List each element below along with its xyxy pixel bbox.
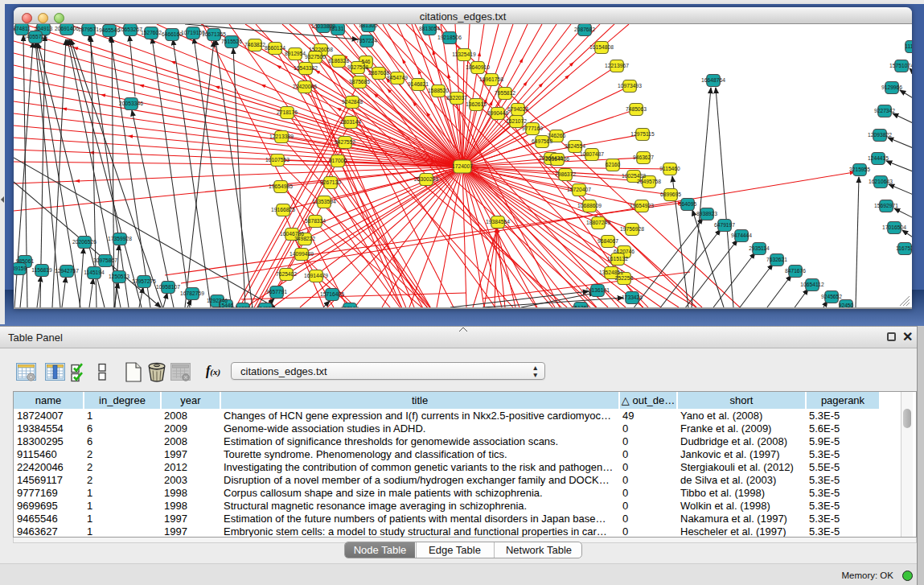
svg-text:18640910: 18640910 bbox=[466, 64, 490, 70]
svg-text:9129966: 9129966 bbox=[881, 84, 902, 90]
svg-text:11325419: 11325419 bbox=[452, 51, 476, 57]
svg-text:18807249: 18807249 bbox=[586, 220, 610, 225]
svg-text:19756928: 19756928 bbox=[620, 226, 644, 232]
svg-text:25300293: 25300293 bbox=[414, 176, 438, 182]
svg-text:7463822: 7463822 bbox=[244, 42, 265, 47]
svg-text:39159: 39159 bbox=[14, 266, 27, 271]
svg-text:8471676: 8471676 bbox=[785, 268, 806, 274]
svg-text:9463627: 9463627 bbox=[633, 154, 654, 160]
svg-text:20053346: 20053346 bbox=[119, 101, 143, 106]
svg-text:19166825: 19166825 bbox=[271, 207, 295, 212]
svg-text:10025438: 10025438 bbox=[622, 173, 646, 179]
svg-text:8427552: 8427552 bbox=[335, 139, 355, 145]
svg-text:9115460: 9115460 bbox=[659, 166, 680, 171]
svg-text:6466160: 6466160 bbox=[162, 31, 183, 37]
svg-text:746266: 746266 bbox=[548, 133, 566, 138]
svg-text:116753: 116753 bbox=[896, 245, 912, 251]
svg-text:6899695: 6899695 bbox=[660, 192, 681, 197]
svg-text:12093822: 12093822 bbox=[868, 132, 892, 138]
svg-text:2718176: 2718176 bbox=[277, 109, 298, 115]
svg-text:12942757: 12942757 bbox=[55, 268, 79, 274]
svg-text:1362615: 1362615 bbox=[466, 101, 487, 107]
svg-text:16782759: 16782759 bbox=[180, 290, 204, 296]
svg-text:7632621: 7632621 bbox=[766, 257, 787, 262]
svg-text:9146821: 9146821 bbox=[408, 81, 429, 87]
svg-text:10958107: 10958107 bbox=[156, 284, 180, 290]
svg-text:6497568: 6497568 bbox=[532, 138, 552, 144]
svg-text:17016504: 17016504 bbox=[882, 225, 906, 230]
svg-text:14055724: 14055724 bbox=[23, 34, 47, 39]
svg-text:1527602: 1527602 bbox=[141, 30, 162, 35]
svg-text:8813054: 8813054 bbox=[419, 26, 440, 31]
svg-text:1879571: 1879571 bbox=[78, 27, 99, 32]
svg-text:19654923: 19654923 bbox=[630, 203, 654, 208]
svg-text:917006: 917006 bbox=[329, 158, 347, 163]
svg-text:26495758: 26495758 bbox=[637, 179, 661, 184]
svg-text:20206526: 20206526 bbox=[72, 239, 97, 245]
svg-text:7955812: 7955812 bbox=[495, 90, 515, 96]
svg-text:12975115: 12975115 bbox=[630, 131, 655, 137]
svg-text:9245652: 9245652 bbox=[821, 294, 842, 299]
svg-text:19218506: 19218506 bbox=[437, 35, 462, 40]
svg-text:8938923: 8938923 bbox=[696, 211, 717, 216]
svg-text:20364436: 20364436 bbox=[545, 156, 569, 162]
svg-text:9465546: 9465546 bbox=[99, 27, 120, 33]
svg-text:6794028: 6794028 bbox=[507, 106, 528, 112]
svg-text:10973493: 10973493 bbox=[618, 83, 642, 89]
svg-text:3824554: 3824554 bbox=[565, 143, 585, 149]
svg-text:2087682: 2087682 bbox=[574, 27, 595, 32]
svg-text:8454749: 8454749 bbox=[387, 75, 408, 80]
svg-text:874811: 874811 bbox=[14, 26, 31, 31]
svg-text:9657791: 9657791 bbox=[266, 289, 287, 295]
svg-text:16648764: 16648764 bbox=[701, 77, 725, 83]
svg-text:9242848: 9242848 bbox=[342, 99, 363, 105]
svg-text:7485063: 7485063 bbox=[626, 106, 647, 112]
svg-text:7625402: 7625402 bbox=[276, 271, 297, 277]
svg-text:1145194: 1145194 bbox=[84, 270, 105, 275]
svg-text:12213967: 12213967 bbox=[605, 63, 629, 68]
svg-text:7515526: 7515526 bbox=[221, 39, 242, 44]
svg-text:10807487: 10807487 bbox=[580, 151, 604, 157]
svg-text:3875685: 3875685 bbox=[349, 79, 370, 84]
svg-text:8912954: 8912954 bbox=[285, 51, 306, 56]
svg-text:7986372: 7986372 bbox=[555, 171, 576, 177]
svg-text:2935114: 2935114 bbox=[749, 245, 770, 251]
svg-text:9474444: 9474444 bbox=[731, 233, 752, 238]
svg-text:5878334: 5878334 bbox=[305, 218, 326, 224]
svg-text:12213389: 12213389 bbox=[269, 134, 294, 139]
svg-text:16914479: 16914479 bbox=[304, 273, 328, 278]
svg-text:1244415: 1244415 bbox=[868, 155, 889, 161]
svg-text:1250513: 1250513 bbox=[109, 274, 129, 279]
svg-text:11353594: 11353594 bbox=[312, 199, 336, 204]
svg-text:1615132: 1615132 bbox=[607, 256, 628, 262]
svg-text:14136141: 14136141 bbox=[585, 287, 610, 293]
svg-text:1588520: 1588520 bbox=[428, 88, 449, 93]
svg-text:8660124: 8660124 bbox=[265, 45, 285, 51]
svg-text:2803144: 2803144 bbox=[340, 119, 361, 125]
svg-text:7357224: 7357224 bbox=[356, 38, 377, 43]
svg-text:6479197: 6479197 bbox=[714, 222, 735, 228]
svg-text:10107553: 10107553 bbox=[265, 157, 290, 163]
svg-text:3498222: 3498222 bbox=[294, 236, 315, 241]
svg-text:9327508: 9327508 bbox=[347, 64, 368, 70]
svg-text:14099489: 14099489 bbox=[290, 251, 314, 257]
svg-text:17957275: 17957275 bbox=[132, 278, 156, 284]
svg-text:204913: 204913 bbox=[35, 26, 53, 31]
svg-text:13524851: 13524851 bbox=[599, 270, 623, 275]
svg-text:20691406: 20691406 bbox=[55, 26, 79, 31]
svg-text:881305: 881305 bbox=[359, 24, 378, 28]
svg-text:9227342: 9227342 bbox=[874, 108, 895, 113]
svg-text:16671355: 16671355 bbox=[202, 31, 226, 37]
svg-text:164095: 164095 bbox=[679, 201, 697, 207]
svg-text:9327500: 9327500 bbox=[305, 54, 326, 60]
svg-text:8990448: 8990448 bbox=[487, 110, 508, 116]
svg-text:62160: 62160 bbox=[606, 162, 621, 167]
svg-text:8267130: 8267130 bbox=[320, 179, 341, 185]
svg-text:10688609: 10688609 bbox=[577, 203, 602, 208]
svg-text:6120746: 6120746 bbox=[614, 249, 634, 254]
svg-text:546: 546 bbox=[361, 59, 370, 64]
svg-text:8186328: 8186328 bbox=[328, 58, 349, 64]
svg-text:16210643: 16210643 bbox=[869, 179, 893, 184]
svg-text:1733426: 1733426 bbox=[622, 295, 643, 300]
svg-text:19384554: 19384554 bbox=[486, 219, 510, 225]
